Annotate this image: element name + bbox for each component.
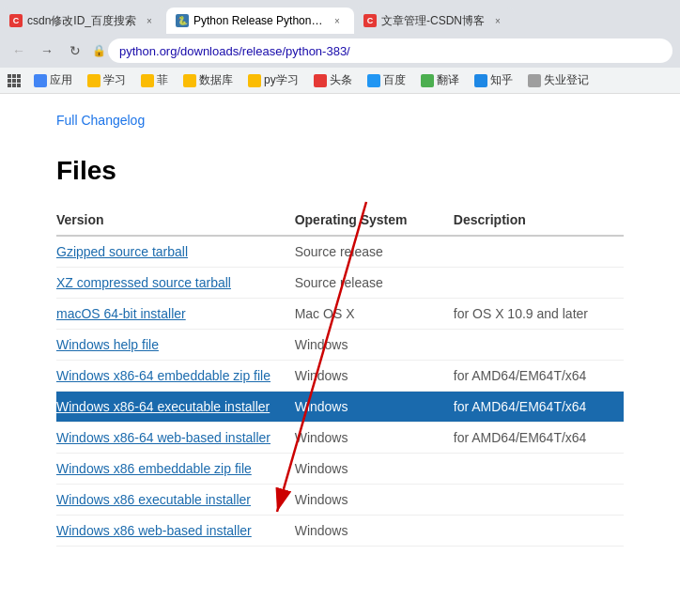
bookmark-favicon xyxy=(248,74,261,87)
bookmark-favicon xyxy=(314,74,327,87)
table-row: Windows x86 embeddable zip fileWindows xyxy=(56,454,624,485)
grid-dot xyxy=(17,84,21,87)
file-version-link[interactable]: Windows x86-64 embeddable zip file xyxy=(56,368,270,383)
forward-button[interactable]: → xyxy=(36,39,58,62)
file-desc xyxy=(454,268,624,299)
lock-icon: 🔒 xyxy=(92,44,106,57)
file-version-link[interactable]: Gzipped source tarball xyxy=(56,244,188,259)
tab-label: csdn修改ID_百度搜索 xyxy=(27,13,136,29)
header-row: Version Operating System Description xyxy=(56,205,624,236)
file-os: Mac OS X xyxy=(295,299,454,330)
grid-dot xyxy=(12,74,16,78)
tab-tab2[interactable]: 🐍Python Release Python 3.8.3× xyxy=(166,8,354,34)
file-desc: for OS X 10.9 and later xyxy=(454,299,624,330)
file-desc: for AMD64/EM64T/x64 xyxy=(454,423,624,454)
table-row: Windows help fileWindows xyxy=(56,330,624,361)
grid-dot xyxy=(17,79,21,83)
table-row: macOS 64-bit installerMac OS Xfor OS X 1… xyxy=(56,299,624,330)
bookmark-favicon xyxy=(183,74,196,87)
file-os: Windows xyxy=(295,330,454,361)
bookmark-label: 失业登记 xyxy=(544,72,589,88)
bookmark-favicon xyxy=(34,74,47,87)
files-heading: Files xyxy=(56,156,624,186)
bookmark-item-8[interactable]: 知乎 xyxy=(469,70,518,90)
table-row: Gzipped source tarballSource release xyxy=(56,236,624,268)
browser-chrome: Ccsdn修改ID_百度搜索×🐍Python Release Python 3.… xyxy=(0,0,680,94)
file-version-link[interactable]: macOS 64-bit installer xyxy=(56,306,186,321)
col-header-os: Operating System xyxy=(295,205,454,236)
file-version-link[interactable]: Windows x86-64 web-based installer xyxy=(56,430,270,445)
bookmarks-bar: 应用学习菲数据库py学习头条百度翻译知乎失业登记 xyxy=(0,68,680,94)
bookmark-item-0[interactable]: 应用 xyxy=(28,70,78,90)
file-desc xyxy=(454,454,624,485)
tab-tab3[interactable]: C文章管理-CSDN博客× xyxy=(354,8,515,34)
bookmark-item-3[interactable]: 数据库 xyxy=(178,70,239,90)
bookmark-label: py学习 xyxy=(264,72,299,88)
page-wrapper: Full Changelog Files Version Operating S… xyxy=(0,94,680,616)
file-desc xyxy=(454,236,624,268)
bookmark-label: 菲 xyxy=(157,72,168,88)
grid-dot xyxy=(8,79,11,83)
bookmark-label: 翻译 xyxy=(437,72,459,88)
table-row: Windows x86 web-based installerWindows xyxy=(56,516,624,547)
bookmark-label: 知乎 xyxy=(490,72,513,88)
bookmark-favicon xyxy=(141,74,154,87)
file-os: Windows xyxy=(295,516,454,547)
bookmark-item-6[interactable]: 百度 xyxy=(362,70,411,90)
tab-tab1[interactable]: Ccsdn修改ID_百度搜索× xyxy=(0,8,166,34)
full-changelog-link[interactable]: Full Changelog xyxy=(56,94,624,156)
bookmark-label: 应用 xyxy=(50,72,72,88)
file-desc xyxy=(454,330,624,361)
file-os: Windows xyxy=(295,423,454,454)
file-os: Windows xyxy=(295,485,454,516)
tab-label: 文章管理-CSDN博客 xyxy=(381,13,485,29)
bookmark-item-1[interactable]: 学习 xyxy=(82,70,131,90)
back-button[interactable]: ← xyxy=(8,39,30,62)
file-desc xyxy=(454,516,624,547)
tab-close-button[interactable]: × xyxy=(490,13,505,28)
bookmark-item-5[interactable]: 头条 xyxy=(308,70,358,90)
file-desc xyxy=(454,485,624,516)
file-desc: for AMD64/EM64T/x64 xyxy=(454,392,624,423)
bookmark-favicon xyxy=(87,74,100,87)
tab-close-button[interactable]: × xyxy=(330,13,345,28)
bookmark-item-4[interactable]: py学习 xyxy=(242,70,304,90)
file-os: Source release xyxy=(295,236,454,268)
tab-label: Python Release Python 3.8.3 xyxy=(193,14,324,27)
file-version-link[interactable]: Windows x86-64 executable installer xyxy=(56,399,270,414)
file-os: Source release xyxy=(295,268,454,299)
bookmark-label: 学习 xyxy=(103,72,126,88)
table-row: Windows x86-64 executable installerWindo… xyxy=(56,392,624,423)
col-header-version: Version xyxy=(56,205,295,236)
tab-bar: Ccsdn修改ID_百度搜索×🐍Python Release Python 3.… xyxy=(0,0,680,34)
bookmark-item-7[interactable]: 翻译 xyxy=(415,70,465,90)
refresh-button[interactable]: ↻ xyxy=(64,39,86,62)
table-header: Version Operating System Description xyxy=(56,205,624,236)
file-version-link[interactable]: Windows x86 executable installer xyxy=(56,492,251,507)
address-bar: ← → ↻ 🔒 xyxy=(0,34,680,68)
address-input[interactable] xyxy=(108,38,672,63)
tab-close-button[interactable]: × xyxy=(142,13,157,28)
file-version-link[interactable]: XZ compressed source tarball xyxy=(56,275,231,290)
file-desc: for AMD64/EM64T/x64 xyxy=(454,361,624,392)
file-version-link[interactable]: Windows help file xyxy=(56,337,159,352)
table-row: Windows x86-64 embeddable zip fileWindow… xyxy=(56,361,624,392)
tab-favicon: C xyxy=(9,14,23,27)
table-row: XZ compressed source tarballSource relea… xyxy=(56,268,624,299)
file-version-link[interactable]: Windows x86 web-based installer xyxy=(56,523,252,538)
bookmark-favicon xyxy=(421,74,434,87)
file-os: Windows xyxy=(295,392,454,423)
file-os: Windows xyxy=(295,454,454,485)
grid-dot xyxy=(12,84,16,87)
table-row: Windows x86-64 web-based installerWindow… xyxy=(56,423,624,454)
bookmark-item-9[interactable]: 失业登记 xyxy=(522,70,595,90)
bookmark-item-2[interactable]: 菲 xyxy=(135,70,174,90)
table-body: Gzipped source tarballSource releaseXZ c… xyxy=(56,236,624,547)
grid-dot xyxy=(12,79,16,83)
tab-favicon: C xyxy=(363,14,377,27)
grid-dot xyxy=(17,74,21,78)
page-content: Full Changelog Files Version Operating S… xyxy=(0,94,680,616)
file-version-link[interactable]: Windows x86 embeddable zip file xyxy=(56,461,252,476)
bookmark-favicon xyxy=(474,74,487,87)
apps-grid-icon[interactable] xyxy=(8,74,21,87)
